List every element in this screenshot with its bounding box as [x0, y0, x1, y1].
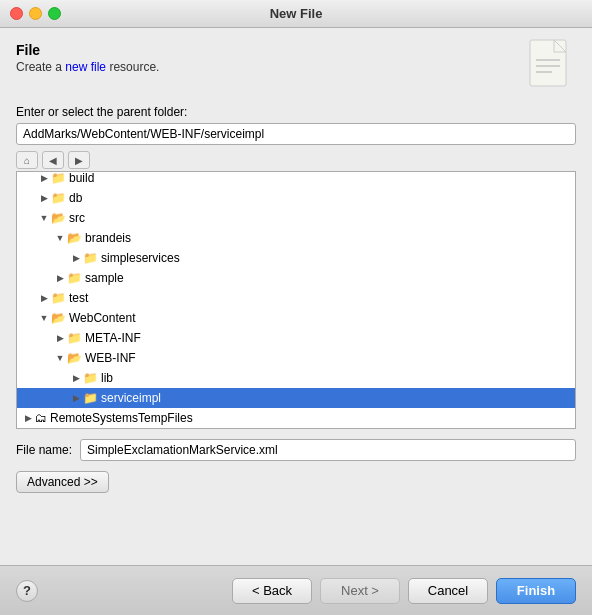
tree-item[interactable]: ▶📁sample — [17, 268, 575, 288]
folder-label: Enter or select the parent folder: — [16, 105, 576, 119]
tree-toolbar: ⌂ ◀ ▶ — [16, 151, 576, 169]
tree-toggle[interactable]: ▼ — [53, 351, 67, 365]
tree-label: WEB-INF — [85, 351, 136, 365]
tree-label: src — [69, 211, 85, 225]
tree-toggle[interactable]: ▶ — [69, 251, 83, 265]
tree-label: build — [69, 171, 94, 185]
tree-toggle[interactable]: ▶ — [53, 331, 67, 345]
dialog-body: File Create a new file resource. Enter o… — [0, 28, 592, 493]
tree-home-btn[interactable]: ⌂ — [16, 151, 38, 169]
tree-label: simpleservices — [101, 251, 180, 265]
tree-item[interactable]: ▶📁build — [17, 171, 575, 188]
folder-icon: 📂 — [67, 231, 82, 245]
tree-container[interactable]: ▼🗂AddMarks▶📁.settings▶📁build▶📁db▼📂src▼📂b… — [16, 171, 576, 429]
tree-toggle[interactable]: ▼ — [53, 231, 67, 245]
next-button[interactable]: Next > — [320, 578, 400, 604]
help-button[interactable]: ? — [16, 580, 38, 602]
folder-icon: 📁 — [83, 371, 98, 385]
tree-item[interactable]: ▶📁lib — [17, 368, 575, 388]
tree-label: db — [69, 191, 82, 205]
tree-label: WebContent — [69, 311, 136, 325]
tree-back-btn[interactable]: ◀ — [42, 151, 64, 169]
folder-icon: 📁 — [67, 331, 82, 345]
folder-icon: 📁 — [51, 191, 66, 205]
tree-item[interactable]: ▶📁test — [17, 288, 575, 308]
folder-icon: 📁 — [51, 291, 66, 305]
tree-item[interactable]: ▼📂brandeis — [17, 228, 575, 248]
footer-buttons: < Back Next > Cancel Finish — [232, 578, 576, 604]
finish-button[interactable]: Finish — [496, 578, 576, 604]
tree-toggle[interactable]: ▶ — [21, 411, 35, 425]
tree-label: META-INF — [85, 331, 141, 345]
maximize-button[interactable] — [48, 7, 61, 20]
folder-icon: 📁 — [67, 271, 82, 285]
window-controls[interactable] — [10, 7, 61, 20]
close-button[interactable] — [10, 7, 23, 20]
folder-icon: 📂 — [51, 311, 66, 325]
tree-toggle[interactable]: ▶ — [69, 371, 83, 385]
section-description: Create a new file resource. — [16, 60, 159, 74]
tree-item[interactable]: ▶📁serviceimpl — [17, 388, 575, 408]
tree-label: brandeis — [85, 231, 131, 245]
new-file-link[interactable]: new file — [65, 60, 106, 74]
window-title: New File — [270, 6, 323, 21]
filename-input[interactable] — [80, 439, 576, 461]
advanced-button[interactable]: Advanced >> — [16, 471, 109, 493]
tree-item[interactable]: ▼📂src — [17, 208, 575, 228]
tree-toggle[interactable]: ▶ — [37, 191, 51, 205]
tree-label: sample — [85, 271, 124, 285]
tree-label: serviceimpl — [101, 391, 161, 405]
filename-label: File name: — [16, 443, 72, 457]
cancel-button[interactable]: Cancel — [408, 578, 488, 604]
minimize-button[interactable] — [29, 7, 42, 20]
tree-toggle[interactable]: ▶ — [53, 271, 67, 285]
tree-item[interactable]: ▶🗂RemoteSystemsTempFiles — [17, 408, 575, 428]
tree-toggle[interactable]: ▶ — [69, 391, 83, 405]
title-bar: New File — [0, 0, 592, 28]
tree-item[interactable]: ▶📁simpleservices — [17, 248, 575, 268]
tree-toggle[interactable]: ▼ — [37, 211, 51, 225]
tree-label: RemoteSystemsTempFiles — [50, 411, 193, 425]
footer-left: ? — [16, 580, 232, 602]
section-title: File — [16, 42, 159, 58]
filename-row: File name: — [16, 439, 576, 461]
file-header: File Create a new file resource. — [16, 42, 576, 93]
project-icon: 🗂 — [35, 411, 47, 425]
tree-item[interactable]: ▶📁db — [17, 188, 575, 208]
tree-item[interactable]: ▶📁META-INF — [17, 328, 575, 348]
folder-icon: 📁 — [51, 171, 66, 185]
folder-icon: 📂 — [67, 351, 82, 365]
file-icon — [526, 38, 576, 93]
tree-item[interactable]: ▼📂WEB-INF — [17, 348, 575, 368]
tree-toggle[interactable]: ▼ — [37, 311, 51, 325]
back-button[interactable]: < Back — [232, 578, 312, 604]
folder-icon: 📁 — [83, 391, 98, 405]
tree-forward-btn[interactable]: ▶ — [68, 151, 90, 169]
footer: ? < Back Next > Cancel Finish — [0, 565, 592, 615]
folder-icon: 📁 — [83, 251, 98, 265]
tree-item[interactable]: ▼📂WebContent — [17, 308, 575, 328]
header-text: File Create a new file resource. — [16, 42, 159, 74]
tree-label: test — [69, 291, 88, 305]
tree-toggle[interactable]: ▶ — [37, 291, 51, 305]
folder-input[interactable] — [16, 123, 576, 145]
tree-label: lib — [101, 371, 113, 385]
folder-icon: 📂 — [51, 211, 66, 225]
tree-toggle[interactable]: ▶ — [37, 171, 51, 185]
